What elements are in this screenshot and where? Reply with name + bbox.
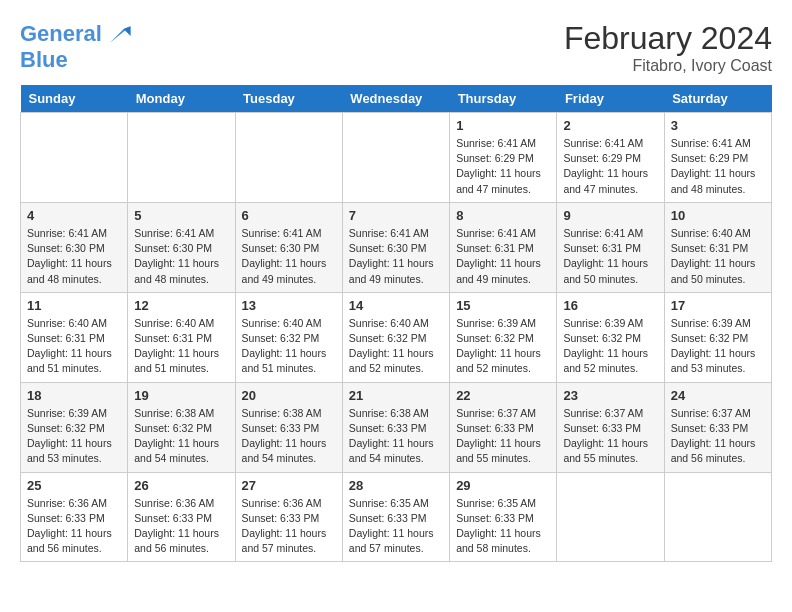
day-info: Sunrise: 6:41 AM Sunset: 6:31 PM Dayligh… (456, 226, 550, 287)
day-info: Sunrise: 6:37 AM Sunset: 6:33 PM Dayligh… (671, 406, 765, 467)
day-number: 11 (27, 298, 121, 313)
header-wednesday: Wednesday (342, 85, 449, 113)
day-info: Sunrise: 6:39 AM Sunset: 6:32 PM Dayligh… (563, 316, 657, 377)
day-number: 18 (27, 388, 121, 403)
day-number: 28 (349, 478, 443, 493)
day-info: Sunrise: 6:39 AM Sunset: 6:32 PM Dayligh… (671, 316, 765, 377)
day-number: 1 (456, 118, 550, 133)
day-info: Sunrise: 6:39 AM Sunset: 6:32 PM Dayligh… (27, 406, 121, 467)
day-number: 20 (242, 388, 336, 403)
calendar-cell: 11Sunrise: 6:40 AM Sunset: 6:31 PM Dayli… (21, 292, 128, 382)
day-info: Sunrise: 6:40 AM Sunset: 6:31 PM Dayligh… (134, 316, 228, 377)
calendar-cell (342, 113, 449, 203)
calendar-week-2: 4Sunrise: 6:41 AM Sunset: 6:30 PM Daylig… (21, 202, 772, 292)
day-number: 22 (456, 388, 550, 403)
day-number: 16 (563, 298, 657, 313)
day-number: 4 (27, 208, 121, 223)
day-number: 10 (671, 208, 765, 223)
header-thursday: Thursday (450, 85, 557, 113)
calendar-cell: 19Sunrise: 6:38 AM Sunset: 6:32 PM Dayli… (128, 382, 235, 472)
calendar-table: SundayMondayTuesdayWednesdayThursdayFrid… (20, 85, 772, 562)
header-sunday: Sunday (21, 85, 128, 113)
day-number: 23 (563, 388, 657, 403)
day-info: Sunrise: 6:38 AM Sunset: 6:32 PM Dayligh… (134, 406, 228, 467)
day-number: 9 (563, 208, 657, 223)
day-info: Sunrise: 6:40 AM Sunset: 6:31 PM Dayligh… (27, 316, 121, 377)
calendar-cell (21, 113, 128, 203)
calendar-cell: 12Sunrise: 6:40 AM Sunset: 6:31 PM Dayli… (128, 292, 235, 382)
calendar-cell: 21Sunrise: 6:38 AM Sunset: 6:33 PM Dayli… (342, 382, 449, 472)
svg-marker-1 (124, 26, 131, 36)
day-info: Sunrise: 6:41 AM Sunset: 6:30 PM Dayligh… (134, 226, 228, 287)
day-info: Sunrise: 6:41 AM Sunset: 6:29 PM Dayligh… (456, 136, 550, 197)
calendar-cell (664, 472, 771, 562)
calendar-cell: 9Sunrise: 6:41 AM Sunset: 6:31 PM Daylig… (557, 202, 664, 292)
header-friday: Friday (557, 85, 664, 113)
day-number: 21 (349, 388, 443, 403)
calendar-week-4: 18Sunrise: 6:39 AM Sunset: 6:32 PM Dayli… (21, 382, 772, 472)
header-tuesday: Tuesday (235, 85, 342, 113)
calendar-cell: 29Sunrise: 6:35 AM Sunset: 6:33 PM Dayli… (450, 472, 557, 562)
day-number: 26 (134, 478, 228, 493)
calendar-cell: 18Sunrise: 6:39 AM Sunset: 6:32 PM Dayli… (21, 382, 128, 472)
day-info: Sunrise: 6:41 AM Sunset: 6:31 PM Dayligh… (563, 226, 657, 287)
location-title: Fitabro, Ivory Coast (564, 57, 772, 75)
header-saturday: Saturday (664, 85, 771, 113)
calendar-cell: 6Sunrise: 6:41 AM Sunset: 6:30 PM Daylig… (235, 202, 342, 292)
calendar-cell: 15Sunrise: 6:39 AM Sunset: 6:32 PM Dayli… (450, 292, 557, 382)
calendar-cell: 13Sunrise: 6:40 AM Sunset: 6:32 PM Dayli… (235, 292, 342, 382)
day-info: Sunrise: 6:40 AM Sunset: 6:32 PM Dayligh… (349, 316, 443, 377)
day-info: Sunrise: 6:41 AM Sunset: 6:30 PM Dayligh… (349, 226, 443, 287)
day-number: 2 (563, 118, 657, 133)
day-number: 17 (671, 298, 765, 313)
calendar-header-row: SundayMondayTuesdayWednesdayThursdayFrid… (21, 85, 772, 113)
logo-text: General (20, 22, 102, 46)
day-info: Sunrise: 6:38 AM Sunset: 6:33 PM Dayligh… (242, 406, 336, 467)
calendar-cell (557, 472, 664, 562)
day-info: Sunrise: 6:40 AM Sunset: 6:31 PM Dayligh… (671, 226, 765, 287)
day-info: Sunrise: 6:35 AM Sunset: 6:33 PM Dayligh… (349, 496, 443, 557)
day-number: 25 (27, 478, 121, 493)
calendar-cell: 10Sunrise: 6:40 AM Sunset: 6:31 PM Dayli… (664, 202, 771, 292)
day-info: Sunrise: 6:39 AM Sunset: 6:32 PM Dayligh… (456, 316, 550, 377)
calendar-cell: 26Sunrise: 6:36 AM Sunset: 6:33 PM Dayli… (128, 472, 235, 562)
day-info: Sunrise: 6:36 AM Sunset: 6:33 PM Dayligh… (27, 496, 121, 557)
day-info: Sunrise: 6:37 AM Sunset: 6:33 PM Dayligh… (456, 406, 550, 467)
day-info: Sunrise: 6:41 AM Sunset: 6:29 PM Dayligh… (671, 136, 765, 197)
day-info: Sunrise: 6:40 AM Sunset: 6:32 PM Dayligh… (242, 316, 336, 377)
calendar-cell: 1Sunrise: 6:41 AM Sunset: 6:29 PM Daylig… (450, 113, 557, 203)
calendar-cell: 28Sunrise: 6:35 AM Sunset: 6:33 PM Dayli… (342, 472, 449, 562)
calendar-cell: 5Sunrise: 6:41 AM Sunset: 6:30 PM Daylig… (128, 202, 235, 292)
day-info: Sunrise: 6:41 AM Sunset: 6:29 PM Dayligh… (563, 136, 657, 197)
day-number: 27 (242, 478, 336, 493)
day-info: Sunrise: 6:41 AM Sunset: 6:30 PM Dayligh… (242, 226, 336, 287)
calendar-cell (128, 113, 235, 203)
logo: General Blue (20, 20, 132, 72)
calendar-cell: 16Sunrise: 6:39 AM Sunset: 6:32 PM Dayli… (557, 292, 664, 382)
calendar-week-1: 1Sunrise: 6:41 AM Sunset: 6:29 PM Daylig… (21, 113, 772, 203)
day-info: Sunrise: 6:37 AM Sunset: 6:33 PM Dayligh… (563, 406, 657, 467)
day-number: 6 (242, 208, 336, 223)
calendar-cell: 23Sunrise: 6:37 AM Sunset: 6:33 PM Dayli… (557, 382, 664, 472)
header-monday: Monday (128, 85, 235, 113)
calendar-cell: 24Sunrise: 6:37 AM Sunset: 6:33 PM Dayli… (664, 382, 771, 472)
calendar-week-3: 11Sunrise: 6:40 AM Sunset: 6:31 PM Dayli… (21, 292, 772, 382)
calendar-cell (235, 113, 342, 203)
calendar-cell: 17Sunrise: 6:39 AM Sunset: 6:32 PM Dayli… (664, 292, 771, 382)
calendar-cell: 20Sunrise: 6:38 AM Sunset: 6:33 PM Dayli… (235, 382, 342, 472)
day-info: Sunrise: 6:36 AM Sunset: 6:33 PM Dayligh… (242, 496, 336, 557)
calendar-week-5: 25Sunrise: 6:36 AM Sunset: 6:33 PM Dayli… (21, 472, 772, 562)
logo-blue-text: Blue (20, 48, 132, 72)
calendar-cell: 3Sunrise: 6:41 AM Sunset: 6:29 PM Daylig… (664, 113, 771, 203)
day-number: 15 (456, 298, 550, 313)
calendar-cell: 27Sunrise: 6:36 AM Sunset: 6:33 PM Dayli… (235, 472, 342, 562)
day-number: 5 (134, 208, 228, 223)
day-number: 19 (134, 388, 228, 403)
day-info: Sunrise: 6:35 AM Sunset: 6:33 PM Dayligh… (456, 496, 550, 557)
day-number: 29 (456, 478, 550, 493)
day-number: 12 (134, 298, 228, 313)
day-info: Sunrise: 6:36 AM Sunset: 6:33 PM Dayligh… (134, 496, 228, 557)
day-number: 3 (671, 118, 765, 133)
calendar-cell: 25Sunrise: 6:36 AM Sunset: 6:33 PM Dayli… (21, 472, 128, 562)
calendar-cell: 7Sunrise: 6:41 AM Sunset: 6:30 PM Daylig… (342, 202, 449, 292)
